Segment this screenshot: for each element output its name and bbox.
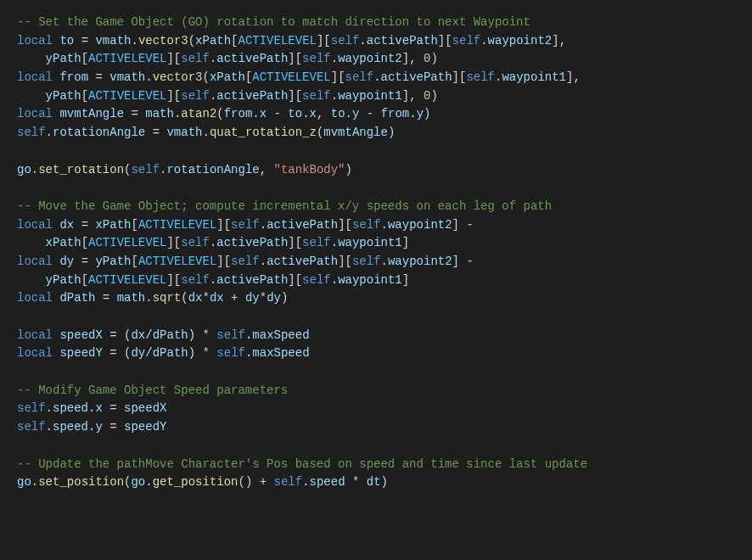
code-line: local from = vmath.vector3(xPath[ACTIVEL… — [17, 69, 735, 87]
code-line: -- Set the Game Object (GO) rotation to … — [17, 14, 735, 32]
code-line: self.speed.y = speedY — [17, 418, 735, 437]
code-line: -- Update the pathMove Character's Pos b… — [17, 456, 735, 474]
comment: -- Modify Game Object Speed parameters — [17, 384, 288, 397]
code-line: go.set_rotation(self.rotationAngle, "tan… — [17, 161, 735, 180]
code-line: go.set_position(go.get_position() + self… — [17, 473, 735, 492]
code-line: yPath[ACTIVELEVEL][self.activePath][self… — [17, 87, 735, 106]
code-line: xPath[ACTIVELEVEL][self.activePath][self… — [17, 234, 735, 253]
code-line: yPath[ACTIVELEVEL][self.activePath][self… — [17, 50, 735, 69]
code-line: local speedY = (dy/dPath) * self.maxSpee… — [17, 344, 735, 363]
blank-line — [17, 437, 735, 456]
code-line: -- Modify Game Object Speed parameters — [17, 382, 735, 400]
code-line: local mvmtAngle = math.atan2(from.x - to… — [17, 105, 735, 124]
code-line: local dPath = math.sqrt(dx*dx + dy*dy) — [17, 289, 735, 308]
blank-line — [17, 179, 735, 198]
code-line: -- Move the Game Object; compute increme… — [17, 198, 735, 216]
code-editor[interactable]: -- Set the Game Object (GO) rotation to … — [17, 14, 735, 492]
comment: -- Update the pathMove Character's Pos b… — [17, 457, 587, 471]
comment: -- Set the Game Object (GO) rotation to … — [17, 15, 530, 29]
blank-line — [17, 143, 735, 161]
code-line: self.rotationAngle = vmath.quat_rotation… — [17, 124, 735, 143]
code-line: local dy = yPath[ACTIVELEVEL][self.activ… — [17, 253, 735, 272]
blank-line — [17, 363, 735, 382]
code-line: local to = vmath.vector3(xPath[ACTIVELEV… — [17, 32, 735, 51]
code-line: local speedX = (dx/dPath) * self.maxSpee… — [17, 327, 735, 345]
code-line: local dx = xPath[ACTIVELEVEL][self.activ… — [17, 216, 735, 235]
code-line: self.speed.x = speedX — [17, 400, 735, 418]
code-line: yPath[ACTIVELEVEL][self.activePath][self… — [17, 272, 735, 290]
comment: -- Move the Game Object; compute increme… — [17, 199, 552, 213]
blank-line — [17, 308, 735, 327]
